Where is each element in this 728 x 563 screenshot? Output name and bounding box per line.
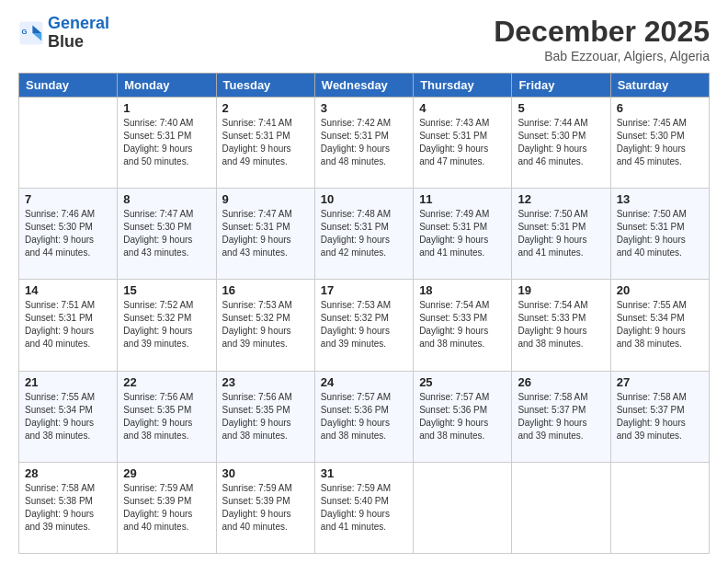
day-cell: 10Sunrise: 7:48 AM Sunset: 5:31 PM Dayli… xyxy=(314,189,413,280)
col-header-friday: Friday xyxy=(512,74,610,98)
day-cell: 26Sunrise: 7:58 AM Sunset: 5:37 PM Dayli… xyxy=(512,371,610,462)
day-number: 13 xyxy=(617,192,703,206)
page: G General Blue December 2025 Bab Ezzouar… xyxy=(0,0,728,563)
day-cell: 4Sunrise: 7:43 AM Sunset: 5:31 PM Daylig… xyxy=(414,98,512,189)
day-number: 24 xyxy=(321,375,407,389)
day-number: 4 xyxy=(419,101,506,115)
day-cell: 21Sunrise: 7:55 AM Sunset: 5:34 PM Dayli… xyxy=(19,371,118,462)
day-info: Sunrise: 7:47 AM Sunset: 5:30 PM Dayligh… xyxy=(123,208,210,259)
day-info: Sunrise: 7:59 AM Sunset: 5:39 PM Dayligh… xyxy=(123,482,210,534)
day-number: 2 xyxy=(222,101,309,115)
day-number: 10 xyxy=(321,192,407,206)
day-cell: 2Sunrise: 7:41 AM Sunset: 5:31 PM Daylig… xyxy=(216,98,314,189)
day-cell: 7Sunrise: 7:46 AM Sunset: 5:30 PM Daylig… xyxy=(19,189,118,280)
logo-line2: Blue xyxy=(48,32,84,51)
day-cell: 16Sunrise: 7:53 AM Sunset: 5:32 PM Dayli… xyxy=(216,280,314,371)
day-info: Sunrise: 7:54 AM Sunset: 5:33 PM Dayligh… xyxy=(518,299,604,350)
day-number: 19 xyxy=(518,283,604,297)
logo-line1: General xyxy=(48,14,109,32)
day-info: Sunrise: 7:59 AM Sunset: 5:40 PM Dayligh… xyxy=(321,482,407,534)
day-info: Sunrise: 7:59 AM Sunset: 5:39 PM Dayligh… xyxy=(222,482,309,534)
day-cell: 28Sunrise: 7:58 AM Sunset: 5:38 PM Dayli… xyxy=(19,462,118,553)
week-row-0: 1Sunrise: 7:40 AM Sunset: 5:31 PM Daylig… xyxy=(19,98,710,189)
day-info: Sunrise: 7:48 AM Sunset: 5:31 PM Dayligh… xyxy=(321,208,407,259)
title-block: December 2025 Bab Ezzouar, Algiers, Alge… xyxy=(494,15,710,63)
day-cell: 6Sunrise: 7:45 AM Sunset: 5:30 PM Daylig… xyxy=(610,98,709,189)
day-cell xyxy=(512,462,610,553)
day-cell: 1Sunrise: 7:40 AM Sunset: 5:31 PM Daylig… xyxy=(118,98,216,189)
day-cell: 15Sunrise: 7:52 AM Sunset: 5:32 PM Dayli… xyxy=(118,280,216,371)
day-cell: 3Sunrise: 7:42 AM Sunset: 5:31 PM Daylig… xyxy=(314,98,413,189)
day-cell: 12Sunrise: 7:50 AM Sunset: 5:31 PM Dayli… xyxy=(512,189,610,280)
day-cell: 19Sunrise: 7:54 AM Sunset: 5:33 PM Dayli… xyxy=(512,280,610,371)
day-cell: 30Sunrise: 7:59 AM Sunset: 5:39 PM Dayli… xyxy=(216,462,314,553)
day-cell: 25Sunrise: 7:57 AM Sunset: 5:36 PM Dayli… xyxy=(414,371,512,462)
day-info: Sunrise: 7:45 AM Sunset: 5:30 PM Dayligh… xyxy=(617,117,703,168)
day-cell: 8Sunrise: 7:47 AM Sunset: 5:30 PM Daylig… xyxy=(118,189,216,280)
location: Bab Ezzouar, Algiers, Algeria xyxy=(494,49,710,63)
day-cell xyxy=(610,462,709,553)
day-cell: 24Sunrise: 7:57 AM Sunset: 5:36 PM Dayli… xyxy=(314,371,413,462)
day-number: 21 xyxy=(25,375,111,389)
day-cell: 22Sunrise: 7:56 AM Sunset: 5:35 PM Dayli… xyxy=(118,371,216,462)
day-number: 22 xyxy=(123,375,210,389)
day-info: Sunrise: 7:58 AM Sunset: 5:37 PM Dayligh… xyxy=(518,391,604,442)
day-info: Sunrise: 7:43 AM Sunset: 5:31 PM Dayligh… xyxy=(419,117,506,168)
week-row-2: 14Sunrise: 7:51 AM Sunset: 5:31 PM Dayli… xyxy=(19,280,710,371)
day-info: Sunrise: 7:49 AM Sunset: 5:31 PM Dayligh… xyxy=(419,208,506,259)
logo-icon: G xyxy=(18,20,44,46)
day-cell: 20Sunrise: 7:55 AM Sunset: 5:34 PM Dayli… xyxy=(610,280,709,371)
day-number: 20 xyxy=(617,283,703,297)
day-info: Sunrise: 7:51 AM Sunset: 5:31 PM Dayligh… xyxy=(25,299,111,350)
week-row-1: 7Sunrise: 7:46 AM Sunset: 5:30 PM Daylig… xyxy=(19,189,710,280)
day-info: Sunrise: 7:46 AM Sunset: 5:30 PM Dayligh… xyxy=(25,208,111,259)
day-cell: 13Sunrise: 7:50 AM Sunset: 5:31 PM Dayli… xyxy=(610,189,709,280)
day-info: Sunrise: 7:54 AM Sunset: 5:33 PM Dayligh… xyxy=(419,299,506,350)
day-number: 1 xyxy=(123,101,210,115)
col-header-monday: Monday xyxy=(118,74,216,98)
day-cell: 14Sunrise: 7:51 AM Sunset: 5:31 PM Dayli… xyxy=(19,280,118,371)
day-number: 12 xyxy=(518,192,604,206)
day-info: Sunrise: 7:52 AM Sunset: 5:32 PM Dayligh… xyxy=(123,299,210,350)
day-number: 17 xyxy=(321,283,407,297)
day-cell xyxy=(414,462,512,553)
day-number: 23 xyxy=(222,375,309,389)
day-info: Sunrise: 7:55 AM Sunset: 5:34 PM Dayligh… xyxy=(617,299,703,350)
col-header-wednesday: Wednesday xyxy=(314,74,413,98)
day-number: 15 xyxy=(123,283,210,297)
day-number: 3 xyxy=(321,101,407,115)
week-row-3: 21Sunrise: 7:55 AM Sunset: 5:34 PM Dayli… xyxy=(19,371,710,462)
day-number: 6 xyxy=(617,101,703,115)
day-info: Sunrise: 7:40 AM Sunset: 5:31 PM Dayligh… xyxy=(123,117,210,168)
header-row: SundayMondayTuesdayWednesdayThursdayFrid… xyxy=(19,74,710,98)
day-cell: 5Sunrise: 7:44 AM Sunset: 5:30 PM Daylig… xyxy=(512,98,610,189)
svg-text:G: G xyxy=(22,28,28,36)
day-cell: 29Sunrise: 7:59 AM Sunset: 5:39 PM Dayli… xyxy=(118,462,216,553)
day-number: 25 xyxy=(419,375,506,389)
day-number: 30 xyxy=(222,466,309,480)
month-title: December 2025 xyxy=(494,15,710,49)
day-number: 5 xyxy=(518,101,604,115)
col-header-thursday: Thursday xyxy=(414,74,512,98)
day-info: Sunrise: 7:55 AM Sunset: 5:34 PM Dayligh… xyxy=(25,391,111,442)
day-number: 29 xyxy=(123,466,210,480)
day-cell: 17Sunrise: 7:53 AM Sunset: 5:32 PM Dayli… xyxy=(314,280,413,371)
day-info: Sunrise: 7:44 AM Sunset: 5:30 PM Dayligh… xyxy=(518,117,604,168)
logo: G General Blue xyxy=(18,15,109,52)
day-info: Sunrise: 7:58 AM Sunset: 5:38 PM Dayligh… xyxy=(25,482,111,534)
day-number: 31 xyxy=(321,466,407,480)
day-cell: 11Sunrise: 7:49 AM Sunset: 5:31 PM Dayli… xyxy=(414,189,512,280)
day-info: Sunrise: 7:47 AM Sunset: 5:31 PM Dayligh… xyxy=(222,208,309,259)
day-cell: 23Sunrise: 7:56 AM Sunset: 5:35 PM Dayli… xyxy=(216,371,314,462)
day-number: 8 xyxy=(123,192,210,206)
day-info: Sunrise: 7:42 AM Sunset: 5:31 PM Dayligh… xyxy=(321,117,407,168)
day-info: Sunrise: 7:56 AM Sunset: 5:35 PM Dayligh… xyxy=(222,391,309,442)
day-info: Sunrise: 7:53 AM Sunset: 5:32 PM Dayligh… xyxy=(321,299,407,350)
day-info: Sunrise: 7:53 AM Sunset: 5:32 PM Dayligh… xyxy=(222,299,309,350)
day-number: 16 xyxy=(222,283,309,297)
calendar-body: 1Sunrise: 7:40 AM Sunset: 5:31 PM Daylig… xyxy=(19,98,710,554)
day-info: Sunrise: 7:50 AM Sunset: 5:31 PM Dayligh… xyxy=(518,208,604,259)
day-info: Sunrise: 7:58 AM Sunset: 5:37 PM Dayligh… xyxy=(617,391,703,442)
day-number: 14 xyxy=(25,283,111,297)
day-cell: 27Sunrise: 7:58 AM Sunset: 5:37 PM Dayli… xyxy=(610,371,709,462)
